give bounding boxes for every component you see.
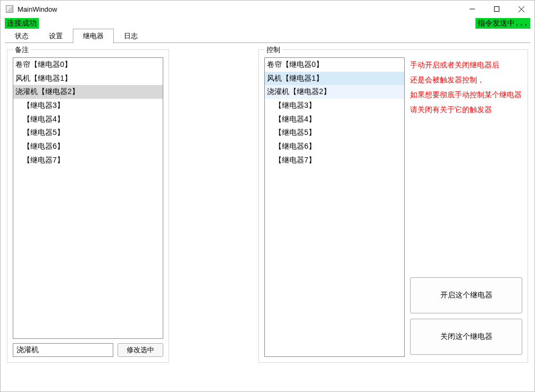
- spacer: [178, 49, 250, 385]
- action-buttons: 开启这个继电器 关闭这个继电器: [410, 277, 522, 357]
- list-item[interactable]: 浇灌机【继电器2】: [13, 85, 163, 99]
- list-item[interactable]: 【继电器4】: [13, 113, 163, 126]
- warning-line: 如果想要彻底手动控制某个继电器: [410, 87, 522, 102]
- list-item[interactable]: 【继电器6】: [13, 140, 163, 154]
- tab-log[interactable]: 日志: [114, 29, 148, 43]
- status-row: 连接成功 指令发送中...: [1, 18, 534, 29]
- control-side-panel: 手动开启或者关闭继电器后 还是会被触发器控制， 如果想要彻底手动控制某个继电器 …: [410, 57, 522, 357]
- list-item[interactable]: 【继电器5】: [265, 126, 404, 140]
- content-area: 备注 卷帘【继电器0】 风机【继电器1】 浇灌机【继电器2】 【继电器3】 【继…: [1, 43, 534, 391]
- connection-status-badge: 连接成功: [5, 18, 39, 29]
- list-item[interactable]: 卷帘【继电器0】: [265, 58, 404, 72]
- tab-settings[interactable]: 设置: [39, 29, 73, 43]
- main-window: MainWindow 连接成功 指令发送中... 状态 设置 继电器 日志 备注…: [0, 0, 535, 392]
- list-item[interactable]: 【继电器7】: [265, 154, 404, 167]
- remarks-group-title: 备注: [13, 45, 31, 55]
- minimize-button[interactable]: [460, 1, 484, 17]
- window-controls: [460, 1, 533, 17]
- list-item[interactable]: 【继电器4】: [265, 113, 404, 126]
- control-listbox[interactable]: 卷帘【继电器0】 风机【继电器1】 浇灌机【继电器2】 【继电器3】 【继电器4…: [264, 57, 405, 357]
- list-item[interactable]: 【继电器3】: [13, 99, 163, 113]
- remarks-listbox[interactable]: 卷帘【继电器0】 风机【继电器1】 浇灌机【继电器2】 【继电器3】 【继电器4…: [13, 57, 163, 339]
- remarks-groupbox: 备注 卷帘【继电器0】 风机【继电器1】 浇灌机【继电器2】 【继电器3】 【继…: [7, 49, 169, 363]
- warning-line: 手动开启或者关闭继电器后: [410, 57, 522, 72]
- maximize-icon: [494, 6, 499, 12]
- sending-status-badge: 指令发送中...: [475, 18, 530, 29]
- tab-relay[interactable]: 继电器: [73, 29, 114, 44]
- open-relay-button[interactable]: 开启这个继电器: [410, 277, 522, 313]
- maximize-button[interactable]: [484, 1, 509, 17]
- tab-bar: 状态 设置 继电器 日志: [1, 29, 534, 43]
- svg-rect-1: [495, 7, 499, 12]
- remark-edit-input[interactable]: [13, 343, 113, 357]
- list-item[interactable]: 浇灌机【继电器2】: [265, 85, 404, 99]
- warning-line: 请关闭有关于它的触发器: [410, 102, 522, 117]
- control-groupbox: 控制 卷帘【继电器0】 风机【继电器1】 浇灌机【继电器2】 【继电器3】 【继…: [258, 49, 528, 363]
- list-item[interactable]: 风机【继电器1】: [265, 72, 404, 86]
- control-group-title: 控制: [264, 45, 282, 55]
- remarks-footer: 修改选中: [13, 343, 163, 357]
- warning-text: 手动开启或者关闭继电器后 还是会被触发器控制， 如果想要彻底手动控制某个继电器 …: [410, 57, 522, 117]
- list-item[interactable]: 风机【继电器1】: [13, 72, 163, 86]
- modify-selected-button[interactable]: 修改选中: [118, 343, 163, 357]
- app-icon: [6, 5, 13, 13]
- close-button[interactable]: [509, 1, 533, 17]
- list-item[interactable]: 【继电器6】: [265, 140, 404, 154]
- titlebar: MainWindow: [1, 1, 534, 18]
- close-icon: [519, 6, 524, 12]
- list-item[interactable]: 【继电器3】: [265, 99, 404, 113]
- list-item[interactable]: 【继电器5】: [13, 126, 163, 140]
- warning-line: 还是会被触发器控制，: [410, 72, 522, 87]
- window-title: MainWindow: [18, 5, 460, 13]
- tab-status[interactable]: 状态: [5, 29, 39, 43]
- list-item[interactable]: 卷帘【继电器0】: [13, 58, 163, 72]
- minimize-icon: [470, 6, 475, 12]
- close-relay-button[interactable]: 关闭这个继电器: [410, 319, 522, 355]
- list-item[interactable]: 【继电器7】: [13, 154, 163, 167]
